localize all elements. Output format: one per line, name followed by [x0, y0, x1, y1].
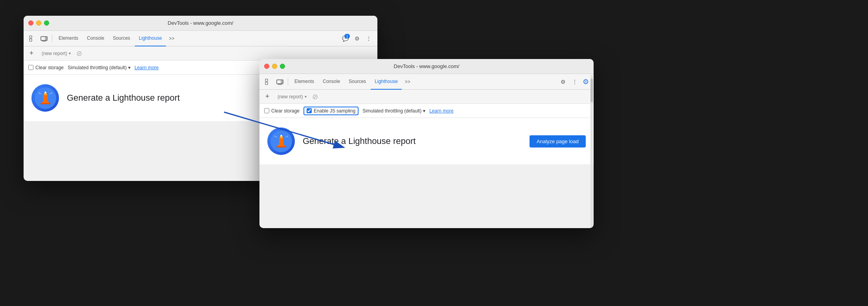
report-selector-2[interactable]: (new report) ▾: [274, 93, 310, 101]
tab-more[interactable]: >>: [167, 36, 177, 41]
title-bar-2: DevTools - www.google.com/: [259, 59, 594, 74]
report-selector[interactable]: (new report) ▾: [39, 50, 74, 57]
clear-storage-input-2[interactable]: [264, 108, 269, 113]
traffic-lights-2: [264, 64, 285, 69]
learn-more-link-1[interactable]: Learn more: [134, 65, 158, 70]
title-bar-1: DevTools - www.google.com/: [24, 16, 377, 31]
add-report-icon[interactable]: +: [27, 49, 36, 57]
settings-blue-icon[interactable]: ⚙: [581, 77, 590, 86]
dropdown-arrow-icon: ▾: [69, 51, 71, 55]
enable-js-sampling-input[interactable]: [307, 108, 312, 113]
device-icon-2[interactable]: [274, 76, 285, 87]
tab-bar-2: Elements Console Sources Lighthouse >> ⚙…: [259, 74, 594, 90]
tab-console[interactable]: Console: [83, 31, 108, 46]
svg-rect-15: [265, 79, 268, 81]
more-icon-2[interactable]: ⋮: [569, 76, 580, 87]
lighthouse-logo-1: [31, 84, 59, 112]
svg-rect-12: [40, 103, 50, 104]
window-title-2: DevTools - www.google.com/: [394, 63, 460, 69]
main-content-2: Generate a Lighthouse report Analyze pag…: [259, 118, 594, 164]
enable-js-sampling-label[interactable]: Enable JS sampling: [314, 108, 355, 114]
close-button[interactable]: [28, 20, 33, 26]
throttle-dropdown-2[interactable]: Simulated throttling (default) ▾: [362, 108, 425, 114]
tab-lighthouse[interactable]: Lighthouse: [135, 31, 166, 46]
tab-separator-2: [288, 78, 288, 86]
generate-report-text: Generate a Lighthouse report: [67, 93, 180, 103]
throttle-dropdown[interactable]: Simulated throttling (default) ▾: [68, 65, 131, 70]
device-icon[interactable]: [39, 33, 50, 44]
scrollbar[interactable]: [590, 75, 593, 228]
svg-rect-16: [265, 82, 268, 85]
generate-report-text-2: Generate a Lighthouse report: [303, 136, 416, 146]
close-button-2[interactable]: [264, 64, 269, 69]
minimize-button[interactable]: [36, 20, 41, 26]
throttle-arrow-icon-2: ▾: [423, 108, 425, 114]
tab-sources-2[interactable]: Sources: [345, 74, 370, 90]
svg-rect-6: [43, 94, 48, 102]
gear-icon[interactable]: ⚙: [351, 33, 362, 44]
svg-rect-27: [276, 146, 286, 147]
tab-separator: [52, 35, 52, 42]
gear-icon-2[interactable]: ⚙: [557, 76, 568, 87]
svg-rect-0: [29, 36, 32, 38]
minimize-button-2[interactable]: [272, 64, 277, 69]
analyze-page-load-button[interactable]: Analyze page load: [530, 135, 586, 147]
tab-elements[interactable]: Elements: [55, 31, 82, 46]
clear-storage-checkbox-2[interactable]: Clear storage: [264, 108, 300, 114]
tab-elements-2[interactable]: Elements: [291, 74, 318, 90]
clear-storage-checkbox[interactable]: Clear storage: [28, 65, 64, 70]
svg-rect-4: [45, 37, 46, 40]
clear-report-icon[interactable]: ⊘: [76, 49, 82, 58]
svg-rect-18: [278, 84, 281, 85]
lighthouse-logo-2: [267, 127, 295, 155]
add-report-icon-2[interactable]: +: [263, 92, 272, 101]
options-bar-2: Clear storage Enable JS sampling Simulat…: [259, 104, 594, 118]
dropdown-arrow-icon-2: ▾: [305, 94, 307, 99]
traffic-lights-1: [28, 20, 49, 26]
throttle-arrow-icon: ▾: [128, 65, 131, 70]
devtools-window-2: DevTools - www.google.com/ Elements Cons…: [259, 59, 594, 228]
more-icon[interactable]: ⋮: [363, 33, 374, 44]
tab-console-2[interactable]: Console: [319, 74, 344, 90]
svg-rect-1: [29, 39, 32, 41]
svg-rect-21: [279, 138, 283, 146]
tab-more-2[interactable]: >>: [403, 79, 413, 85]
svg-rect-3: [42, 41, 46, 41]
svg-rect-19: [281, 81, 282, 83]
comment-icon[interactable]: 💬 1: [340, 33, 351, 44]
window-title-1: DevTools - www.google.com/: [168, 20, 234, 26]
svg-rect-8: [44, 92, 46, 93]
learn-more-link-2[interactable]: Learn more: [429, 108, 453, 114]
tab-sources[interactable]: Sources: [109, 31, 134, 46]
maximize-button-2[interactable]: [280, 64, 285, 69]
report-bar-1: + (new report) ▾ ⊘: [24, 46, 377, 61]
tab-lighthouse-2[interactable]: Lighthouse: [371, 74, 402, 90]
scrollbar-thumb[interactable]: [590, 79, 593, 102]
clear-report-icon-2[interactable]: ⊘: [312, 92, 318, 101]
clear-storage-input[interactable]: [28, 65, 33, 70]
cursor-icon-2[interactable]: [263, 76, 274, 87]
tab-bar-1: Elements Console Sources Lighthouse >> 💬…: [24, 31, 377, 46]
svg-rect-23: [280, 135, 282, 136]
cursor-icon[interactable]: [27, 33, 38, 44]
enable-js-sampling-highlight: Enable JS sampling: [303, 107, 359, 115]
maximize-button[interactable]: [44, 20, 49, 26]
report-bar-2: + (new report) ▾ ⊘: [259, 90, 594, 104]
